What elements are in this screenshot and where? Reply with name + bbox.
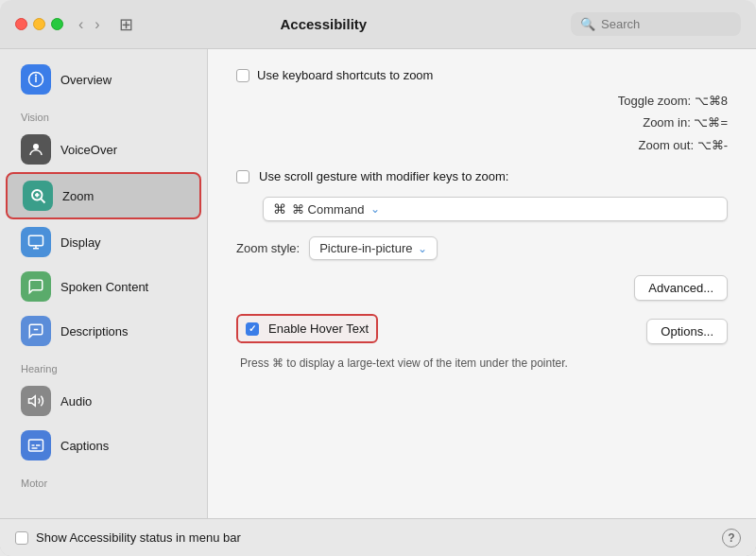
hover-text-section: Enable Hover Text Options... bbox=[236, 314, 728, 349]
sidebar-label-captions: Captions bbox=[60, 439, 109, 453]
sidebar-item-captions[interactable]: Captions bbox=[6, 424, 201, 467]
scroll-gesture-label: Use scroll gesture with modifier keys to… bbox=[259, 169, 508, 183]
zoom-out-shortcut: ⌥⌘- bbox=[697, 138, 728, 152]
toggle-zoom-line: Toggle zoom: ⌥⌘8 bbox=[263, 90, 728, 112]
titlebar: ‹ › ⊞ Accessibility 🔍 bbox=[0, 0, 756, 49]
sidebar-label-spoken-content: Spoken Content bbox=[60, 280, 148, 294]
sidebar-item-spoken-content[interactable]: Spoken Content bbox=[6, 265, 201, 308]
section-label-hearing: Hearing bbox=[0, 354, 207, 378]
toggle-zoom-shortcut: ⌥⌘8 bbox=[695, 94, 728, 108]
status-checkbox-row: Show Accessibility status in menu bar bbox=[15, 530, 241, 545]
sidebar-item-overview[interactable]: Overview bbox=[6, 58, 201, 101]
keyboard-shortcuts-row: Use keyboard shortcuts to zoom bbox=[236, 68, 728, 82]
section-label-vision: Vision bbox=[0, 102, 207, 127]
zoom-in-shortcut: ⌥⌘= bbox=[694, 115, 728, 130]
sidebar-item-voiceover[interactable]: VoiceOver bbox=[6, 128, 201, 171]
cmd-symbol: ⌘ bbox=[273, 201, 286, 217]
status-checkbox[interactable] bbox=[15, 531, 28, 545]
zoom-style-dropdown[interactable]: Picture-in-picture ⌄ bbox=[309, 236, 438, 260]
sidebar-label-zoom: Zoom bbox=[62, 189, 94, 203]
sidebar-item-descriptions[interactable]: Descriptions bbox=[6, 309, 201, 353]
hover-text-row: Enable Hover Text bbox=[236, 314, 378, 343]
toggle-zoom-label: Toggle zoom: bbox=[618, 94, 691, 108]
search-input[interactable] bbox=[601, 17, 731, 31]
zoom-style-arrow: ⌄ bbox=[418, 242, 427, 255]
settings-panel: Use keyboard shortcuts to zoom Toggle zo… bbox=[208, 49, 756, 518]
command-dropdown-row: ⌘ ⌘ Command ⌄ bbox=[263, 197, 728, 221]
window: ‹ › ⊞ Accessibility 🔍 Overview bbox=[0, 0, 756, 556]
advanced-button[interactable]: Advanced... bbox=[634, 275, 728, 301]
status-label: Show Accessibility status in menu bar bbox=[36, 530, 241, 545]
sidebar-label-audio: Audio bbox=[60, 394, 92, 408]
hover-text-checkbox[interactable] bbox=[246, 322, 259, 336]
search-box[interactable]: 🔍 bbox=[571, 12, 741, 36]
search-icon: 🔍 bbox=[580, 17, 595, 31]
zoom-in-line: Zoom in: ⌥⌘= bbox=[263, 112, 728, 133]
hover-text-label: Enable Hover Text bbox=[268, 321, 369, 336]
svg-point-2 bbox=[35, 74, 37, 76]
traffic-lights bbox=[15, 18, 63, 30]
shortcuts-block: Toggle zoom: ⌥⌘8 Zoom in: ⌥⌘= Zoom out: … bbox=[236, 90, 728, 156]
sidebar-item-display[interactable]: Display bbox=[6, 220, 201, 264]
scroll-gesture-row: Use scroll gesture with modifier keys to… bbox=[236, 169, 728, 183]
sidebar-label-display: Display bbox=[60, 235, 101, 250]
sidebar-item-audio[interactable]: Audio bbox=[6, 379, 201, 423]
spoken-content-icon bbox=[21, 271, 51, 302]
overview-icon bbox=[21, 64, 51, 95]
display-icon bbox=[21, 227, 51, 257]
svg-marker-12 bbox=[29, 396, 36, 407]
sidebar-label-overview: Overview bbox=[60, 73, 112, 87]
command-dropdown-arrow: ⌄ bbox=[370, 202, 380, 216]
zoom-style-label: Zoom style: bbox=[236, 241, 300, 255]
zoom-icon bbox=[23, 181, 53, 211]
maximize-button[interactable] bbox=[51, 18, 63, 30]
sidebar-item-zoom[interactable]: Zoom bbox=[6, 172, 201, 219]
svg-line-5 bbox=[41, 199, 44, 202]
zoom-style-row: Zoom style: Picture-in-picture ⌄ bbox=[236, 236, 728, 260]
hover-text-description: Press ⌘ to display a large-text view of … bbox=[236, 356, 728, 370]
sidebar-label-descriptions: Descriptions bbox=[60, 324, 129, 339]
svg-point-3 bbox=[33, 144, 39, 149]
options-button[interactable]: Options... bbox=[646, 319, 728, 344]
minimize-button[interactable] bbox=[33, 18, 45, 30]
sidebar: Overview Vision VoiceOver bbox=[0, 49, 208, 518]
voiceover-icon bbox=[21, 134, 51, 165]
scroll-gesture-checkbox[interactable] bbox=[236, 170, 249, 183]
back-button[interactable]: ‹ bbox=[75, 14, 87, 35]
zoom-out-label: Zoom out: bbox=[639, 138, 695, 152]
zoom-style-value: Picture-in-picture bbox=[319, 241, 412, 255]
keyboard-shortcuts-label: Use keyboard shortcuts to zoom bbox=[257, 68, 433, 82]
bottom-bar: Show Accessibility status in menu bar ? bbox=[0, 518, 756, 556]
keyboard-shortcuts-checkbox[interactable] bbox=[236, 69, 249, 82]
descriptions-icon bbox=[21, 316, 51, 346]
advanced-row: Advanced... bbox=[236, 275, 728, 301]
zoom-out-line: Zoom out: ⌥⌘- bbox=[263, 134, 728, 156]
help-button[interactable]: ? bbox=[722, 529, 741, 547]
section-label-motor: Motor bbox=[0, 468, 207, 493]
command-dropdown[interactable]: ⌘ ⌘ Command ⌄ bbox=[263, 197, 728, 221]
audio-icon bbox=[21, 386, 51, 416]
svg-rect-8 bbox=[29, 235, 43, 246]
main-content: Overview Vision VoiceOver bbox=[0, 49, 756, 518]
sidebar-label-voiceover: VoiceOver bbox=[60, 143, 117, 157]
zoom-in-label: Zoom in: bbox=[643, 115, 691, 130]
window-title: Accessibility bbox=[88, 16, 559, 32]
close-button[interactable] bbox=[15, 18, 27, 30]
command-option-label: ⌘ Command bbox=[292, 202, 365, 217]
captions-icon bbox=[21, 430, 51, 460]
